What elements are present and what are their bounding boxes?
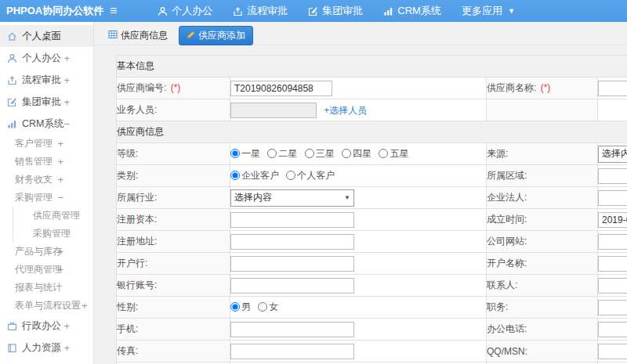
caret-down-icon: ▼ <box>508 7 515 15</box>
radio-button[interactable] <box>286 171 295 180</box>
hamburger-icon[interactable]: ≡ <box>110 5 117 17</box>
office-phone-input[interactable] <box>598 322 627 337</box>
gender-option-male[interactable]: 男 <box>230 301 251 312</box>
supplier-code-input[interactable] <box>230 81 332 96</box>
bar-chart-icon <box>7 119 17 129</box>
sidebar-item-label: 个人桌面 <box>22 30 61 43</box>
flow-approval-icon <box>233 6 243 16</box>
choose-person-link[interactable]: +选择人员 <box>324 105 367 116</box>
top-navigation: 个人办公 流程审批 集团审批 CRM系统 更多应用 ▼ <box>158 4 535 18</box>
caret-down-icon: ▼ <box>344 194 350 201</box>
bank-label: 开户行: <box>117 253 230 275</box>
sidebar-item-label: 采购管理 <box>15 191 53 204</box>
sidebar-item-group-approval[interactable]: 集团审批 + <box>0 91 93 113</box>
legal-person-input[interactable] <box>598 190 627 206</box>
expand-icon[interactable]: + <box>57 156 63 168</box>
source-label: 来源: <box>487 143 598 165</box>
sidebar-item-supplier-management[interactable]: 供应商管理 <box>13 207 93 225</box>
sidebar-item-label: CRM系统 <box>22 117 63 131</box>
tab-supplier-add[interactable]: 供应商添加 <box>179 26 253 45</box>
fax-input[interactable] <box>230 344 354 359</box>
contact-person-label: 联系人: <box>487 275 598 297</box>
qq-msn-input[interactable] <box>598 344 627 359</box>
section-header-supplier-info: 供应商信息 <box>117 121 627 143</box>
position-input[interactable] <box>598 300 627 315</box>
radio-button[interactable] <box>230 302 240 312</box>
sidebar-item-label: 报表与统计 <box>15 281 62 294</box>
expand-icon[interactable]: + <box>63 52 70 64</box>
category-option-personal[interactable]: 个人客户 <box>286 170 335 181</box>
contact-person-input[interactable] <box>598 278 627 294</box>
radio-button[interactable] <box>342 149 351 158</box>
grade-option-5star[interactable]: 五星 <box>379 148 408 159</box>
sidebar-item-flow-approval[interactable]: 流程审批 + <box>0 69 93 91</box>
nav-item-crm-system[interactable]: CRM系统 <box>383 4 441 18</box>
industry-select[interactable]: 选择内容 ▼ <box>230 189 354 207</box>
expand-icon[interactable]: + <box>57 138 63 150</box>
sidebar-item-personal-desktop[interactable]: 个人桌面 <box>0 25 93 47</box>
category-option-enterprise[interactable]: 企业客户 <box>230 170 279 181</box>
expand-icon[interactable]: + <box>57 246 63 258</box>
bank-input[interactable] <box>230 256 354 272</box>
tab-label: 供应商信息 <box>121 29 168 42</box>
account-name-input[interactable] <box>598 256 627 272</box>
collapse-icon[interactable]: − <box>63 118 70 130</box>
nav-item-group-approval[interactable]: 集团审批 <box>308 4 363 18</box>
sidebar-item-crm-system[interactable]: CRM系统 − <box>0 113 93 135</box>
bank-account-input[interactable] <box>230 278 354 294</box>
grade-option-4star[interactable]: 四星 <box>342 148 371 159</box>
region-input[interactable] <box>598 168 627 184</box>
source-select[interactable]: 选择内容 ▼ <box>598 146 627 163</box>
radio-button[interactable] <box>267 149 277 158</box>
collapse-icon[interactable]: − <box>57 192 63 204</box>
gender-option-female[interactable]: 女 <box>258 301 278 312</box>
sidebar-item-product-inventory[interactable]: 产品与库存 + <box>0 243 93 261</box>
tab-supplier-info[interactable]: 供应商信息 <box>103 27 172 45</box>
expand-icon[interactable]: + <box>63 74 70 86</box>
select-value: 选择内容 <box>602 147 627 160</box>
sidebar-item-reports-statistics[interactable]: 报表与统计 <box>0 279 93 297</box>
business-person-input[interactable] <box>230 103 317 118</box>
sidebar-item-purchase-management[interactable]: 采购管理 − <box>0 189 93 207</box>
user-icon <box>158 6 168 16</box>
mobile-input[interactable] <box>230 322 354 337</box>
sidebar-item-admin-office[interactable]: 行政办公 + <box>0 315 93 337</box>
radio-button[interactable] <box>258 302 267 312</box>
sidebar-item-customer-management[interactable]: 客户管理 + <box>0 135 93 153</box>
grade-option-1star[interactable]: 一星 <box>230 148 260 159</box>
sidebar-item-personal-office[interactable]: 个人办公 + <box>0 47 93 69</box>
established-date-input[interactable] <box>598 212 627 228</box>
expand-icon[interactable]: + <box>57 174 63 186</box>
radio-button[interactable] <box>379 149 388 158</box>
nav-item-personal-office[interactable]: 个人办公 <box>158 4 212 18</box>
grade-option-3star[interactable]: 三星 <box>305 148 335 159</box>
sidebar-item-document-management[interactable]: 公文管理 + <box>0 359 93 364</box>
expand-icon[interactable]: + <box>57 264 63 276</box>
nav-item-flow-approval[interactable]: 流程审批 <box>233 4 288 18</box>
sidebar-item-sales-management[interactable]: 销售管理 + <box>0 153 93 171</box>
radio-label: 女 <box>269 301 278 312</box>
sidebar-item-finance[interactable]: 财务收支 + <box>0 171 93 189</box>
radio-label: 三星 <box>316 148 335 159</box>
registered-address-input[interactable] <box>230 234 354 250</box>
expand-icon[interactable]: + <box>63 342 70 354</box>
sidebar-item-form-flow-settings[interactable]: 表单与流程设置 + <box>0 297 93 315</box>
sidebar-item-agent-management[interactable]: 代理商管理 + <box>0 261 93 279</box>
radio-button[interactable] <box>230 149 240 158</box>
grade-radio-group: 一星 二星 三星 四星 五星 <box>230 143 487 165</box>
expand-icon[interactable]: + <box>63 96 70 108</box>
radio-button[interactable] <box>230 171 240 180</box>
expand-icon[interactable]: + <box>82 300 88 312</box>
app-logo: PHPOA协同办公软件 <box>0 4 102 18</box>
nav-item-more-apps[interactable]: 更多应用 ▼ <box>462 4 515 18</box>
position-label: 职务: <box>487 297 598 319</box>
registered-capital-input[interactable] <box>230 212 354 228</box>
sidebar-item-procurement-management[interactable]: 采购管理 <box>13 225 93 243</box>
radio-button[interactable] <box>305 149 314 158</box>
company-website-input[interactable] <box>598 234 627 250</box>
sidebar-item-human-resources[interactable]: 人力资源 + <box>0 337 93 359</box>
grade-option-2star[interactable]: 二星 <box>267 148 297 159</box>
expand-icon[interactable]: + <box>63 320 70 332</box>
edit-pencil-icon <box>187 31 195 41</box>
supplier-name-input[interactable] <box>598 81 627 96</box>
